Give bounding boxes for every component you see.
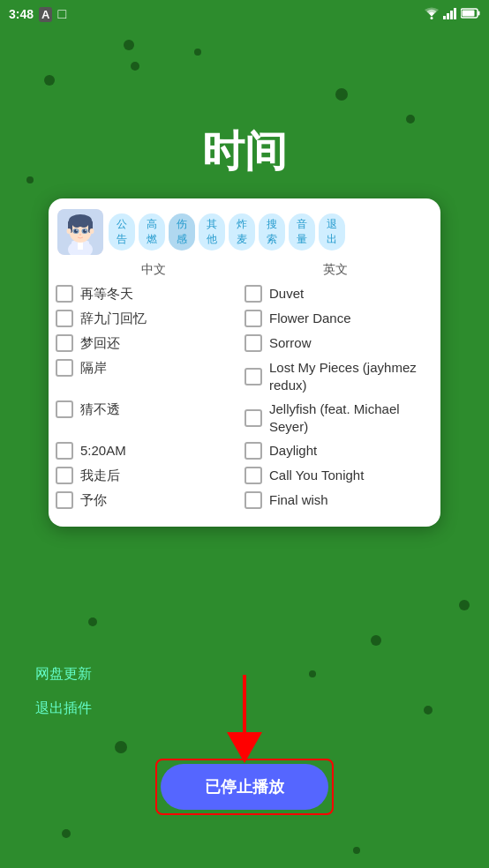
signal-icon — [443, 7, 457, 22]
checkbox-en-1[interactable] — [244, 285, 262, 303]
tab-other[interactable]: 其他 — [199, 213, 225, 251]
checkbox-en-5[interactable] — [244, 409, 262, 427]
avatar — [57, 209, 103, 255]
stop-button-border: 已停止播放 — [155, 759, 334, 815]
checkbox-2[interactable] — [56, 310, 73, 327]
song-cn-1: 再等冬天 — [80, 285, 133, 303]
tab-search[interactable]: 搜索 — [259, 213, 285, 251]
table-row: 辞九门回忆 Flower Dance — [56, 306, 433, 331]
song-col-en: Daylight — [244, 442, 433, 460]
table-row: 再等冬天 Duvet — [56, 281, 433, 306]
song-col-en: Duvet — [244, 285, 433, 303]
checkbox-en-6[interactable] — [244, 442, 262, 460]
dot — [131, 62, 139, 71]
svg-rect-4 — [454, 8, 456, 19]
cloud-update-link[interactable]: 网盘更新 — [35, 665, 92, 684]
arrow-container — [218, 675, 271, 767]
tab-bomb[interactable]: 炸麦 — [229, 213, 255, 251]
page-title: 时间 — [0, 123, 489, 180]
song-cn-5: 猜不透 — [80, 400, 120, 418]
song-en-7: Call You Tonight — [269, 467, 364, 484]
dot — [88, 617, 97, 626]
song-col-en: Lost My Pieces (jayhmez redux) — [244, 359, 433, 393]
checkbox-4[interactable] — [56, 359, 73, 377]
song-en-6: Daylight — [269, 442, 317, 460]
checkbox-en-2[interactable] — [244, 310, 262, 327]
checkbox-8[interactable] — [56, 491, 73, 509]
dot — [353, 847, 360, 854]
svg-rect-6 — [463, 11, 475, 17]
tab-emotion[interactable]: 伤感 — [169, 213, 195, 251]
status-bar: 3:48 A □ — [0, 0, 489, 28]
song-col-cn: 我走后 — [56, 467, 244, 484]
dot — [194, 49, 201, 56]
song-col-en: Flower Dance — [244, 310, 433, 327]
svg-point-23 — [85, 229, 87, 231]
status-right — [424, 7, 480, 22]
stop-button-container: 已停止播放 — [155, 759, 334, 815]
table-row: 5:20AM Daylight — [56, 438, 433, 463]
checkbox-en-8[interactable] — [244, 491, 262, 509]
svg-point-0 — [431, 17, 433, 19]
song-col-en: Final wish — [244, 491, 433, 509]
svg-point-24 — [79, 234, 81, 235]
tab-volume[interactable]: 音量 — [289, 213, 315, 251]
song-list: 再等冬天 Duvet 辞九门回忆 Flower Dance 梦回还 — [49, 281, 440, 513]
song-cn-7: 我走后 — [80, 467, 120, 484]
song-en-5: Jellyfish (feat. Michael Seyer) — [269, 400, 433, 435]
dot — [115, 741, 127, 753]
dialog-header: 公告 高燃 伤感 其他 炸麦 搜索 音量 退出 — [49, 198, 440, 262]
song-col-cn: 予你 — [56, 491, 244, 509]
checkbox-3[interactable] — [56, 334, 73, 352]
song-col-cn: 隔岸 — [56, 359, 244, 377]
svg-point-25 — [67, 228, 71, 234]
dot — [124, 40, 134, 50]
square-icon: □ — [57, 6, 66, 22]
table-row: 我走后 Call You Tonight — [56, 463, 433, 488]
column-headers: 中文 英文 — [49, 262, 440, 278]
song-cn-8: 予你 — [80, 491, 107, 509]
dot — [406, 115, 415, 123]
song-col-cn: 再等冬天 — [56, 285, 244, 303]
tab-hot[interactable]: 高燃 — [139, 213, 165, 251]
battery-icon — [461, 7, 480, 21]
table-row: 猜不透 Jellyfish (feat. Michael Seyer) — [56, 397, 433, 438]
song-en-1: Duvet — [269, 285, 304, 303]
svg-point-26 — [90, 228, 94, 234]
checkbox-en-3[interactable] — [244, 334, 262, 352]
song-col-cn: 猜不透 — [56, 400, 244, 418]
tab-exit[interactable]: 退出 — [319, 213, 345, 251]
svg-rect-7 — [478, 11, 480, 16]
checkbox-7[interactable] — [56, 467, 73, 484]
song-col-en: Jellyfish (feat. Michael Seyer) — [244, 400, 433, 435]
song-en-3: Sorrow — [269, 334, 312, 352]
status-left: 3:48 A □ — [9, 6, 66, 22]
checkbox-en-4[interactable] — [244, 368, 262, 385]
col-header-en: 英文 — [244, 262, 426, 278]
dot — [44, 75, 55, 86]
song-cn-3: 梦回还 — [80, 334, 120, 352]
table-row: 隔岸 Lost My Pieces (jayhmez redux) — [56, 355, 433, 397]
exit-plugin-link[interactable]: 退出插件 — [35, 700, 92, 718]
svg-rect-2 — [447, 13, 449, 19]
checkbox-en-7[interactable] — [244, 467, 262, 484]
song-cn-4: 隔岸 — [80, 359, 107, 377]
tabs-row: 公告 高燃 伤感 其他 炸麦 搜索 音量 退出 — [109, 213, 345, 251]
svg-rect-3 — [450, 11, 453, 19]
dot — [371, 635, 381, 646]
dot — [62, 829, 71, 838]
wifi-icon — [424, 7, 440, 22]
checkbox-1[interactable] — [56, 285, 73, 303]
tab-announce[interactable]: 公告 — [109, 213, 135, 251]
song-col-en: Call You Tonight — [244, 467, 433, 484]
song-col-en: Sorrow — [244, 334, 433, 352]
stop-button[interactable]: 已停止播放 — [161, 764, 328, 810]
song-en-2: Flower Dance — [269, 310, 351, 327]
checkbox-5[interactable] — [56, 400, 73, 418]
song-en-4: Lost My Pieces (jayhmez redux) — [269, 359, 433, 393]
song-col-cn: 梦回还 — [56, 334, 244, 352]
svg-point-17 — [79, 221, 88, 228]
svg-point-22 — [76, 229, 78, 231]
checkbox-6[interactable] — [56, 442, 73, 460]
table-row: 梦回还 Sorrow — [56, 331, 433, 355]
